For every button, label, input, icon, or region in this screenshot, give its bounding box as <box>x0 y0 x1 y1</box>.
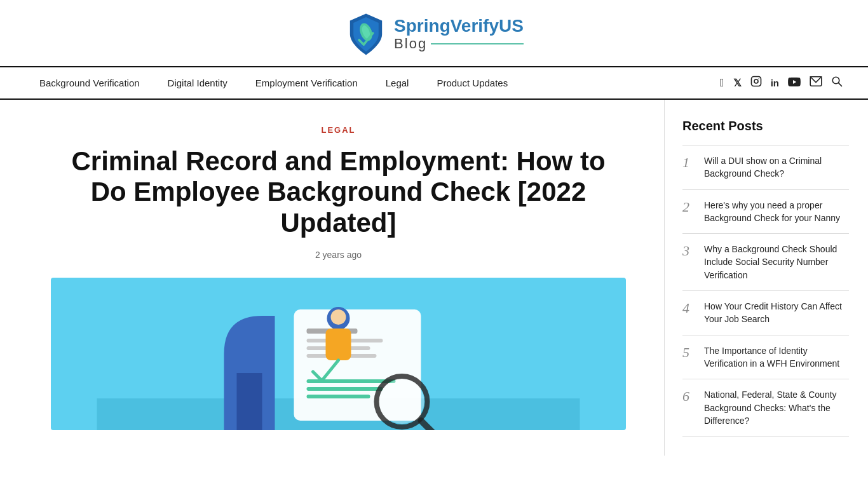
logo-subtitle: Blog <box>394 36 524 52</box>
post-title-5: The Importance of Identity Verification … <box>704 344 849 370</box>
nav-links: Background Verification Digital Identity… <box>25 67 522 98</box>
post-number-5: 5 <box>682 344 695 361</box>
post-title-6: National, Federal, State & County Backgr… <box>704 388 849 427</box>
linkedin-icon[interactable]: in <box>771 78 779 88</box>
svg-rect-18 <box>307 395 370 398</box>
recent-post-3[interactable]: 3 Why a Background Check Should Include … <box>682 234 849 291</box>
svg-point-21 <box>331 309 346 325</box>
sidebar: Recent Posts 1 Will a DUI show on a Crim… <box>665 100 868 456</box>
logo-title: SpringVerifyUS <box>394 17 524 36</box>
search-icon[interactable] <box>831 76 843 90</box>
svg-point-24 <box>380 379 424 424</box>
recent-post-2[interactable]: 2 Here's why you need a proper Backgroun… <box>682 190 849 234</box>
article-illustration <box>51 278 626 430</box>
main-nav: Background Verification Digital Identity… <box>0 66 868 100</box>
recent-post-6[interactable]: 6 National, Federal, State & County Back… <box>682 379 849 437</box>
post-number-6: 6 <box>682 388 695 405</box>
facebook-icon[interactable]:  <box>720 76 724 90</box>
article-title: Criminal Record and Employment: How to D… <box>51 146 626 238</box>
site-header: SpringVerifyUS Blog <box>0 0 868 66</box>
recent-post-4[interactable]: 4 How Your Credit History Can Affect You… <box>682 291 849 336</box>
main-layout: LEGAL Criminal Record and Employment: Ho… <box>0 100 868 456</box>
recent-post-5[interactable]: 5 The Importance of Identity Verificatio… <box>682 336 849 380</box>
sidebar-title: Recent Posts <box>682 119 849 133</box>
nav-employment-verification[interactable]: Employment Verification <box>241 67 372 98</box>
recent-post-1[interactable]: 1 Will a DUI show on a Criminal Backgrou… <box>682 145 849 190</box>
instagram-icon[interactable] <box>750 76 762 90</box>
logo-text: SpringVerifyUS Blog <box>394 17 524 53</box>
email-icon[interactable] <box>810 76 822 90</box>
post-number-2: 2 <box>682 199 695 215</box>
svg-rect-22 <box>237 373 262 430</box>
post-title-3: Why a Background Check Should Include So… <box>704 243 849 281</box>
nav-digital-identity[interactable]: Digital Identity <box>154 67 241 98</box>
article-meta: 2 years ago <box>51 250 626 260</box>
post-number-4: 4 <box>682 300 695 316</box>
post-number-3: 3 <box>682 243 695 259</box>
post-title-2: Here's why you need a proper Background … <box>704 199 849 225</box>
nav-product-updates[interactable]: Product Updates <box>423 67 522 98</box>
social-icons:  𝕏 in <box>720 76 843 90</box>
logo[interactable]: SpringVerifyUS Blog <box>344 11 524 57</box>
post-title-4: How Your Credit History Can Affect Your … <box>704 300 849 326</box>
svg-line-8 <box>839 83 842 86</box>
youtube-icon[interactable] <box>788 76 801 90</box>
svg-point-3 <box>754 79 758 83</box>
twitter-icon[interactable]: 𝕏 <box>733 77 742 89</box>
svg-rect-20 <box>326 329 351 360</box>
svg-rect-17 <box>307 387 383 391</box>
category-label: LEGAL <box>51 125 626 135</box>
svg-rect-2 <box>751 77 761 86</box>
nav-legal[interactable]: Legal <box>372 67 423 98</box>
svg-point-4 <box>758 78 759 79</box>
post-title-1: Will a DUI show on a Criminal Background… <box>704 154 849 180</box>
nav-background-verification[interactable]: Background Verification <box>25 67 154 98</box>
article-image <box>51 278 626 430</box>
article-area: LEGAL Criminal Record and Employment: Ho… <box>0 100 665 456</box>
post-number-1: 1 <box>682 154 695 171</box>
logo-icon <box>344 11 388 57</box>
